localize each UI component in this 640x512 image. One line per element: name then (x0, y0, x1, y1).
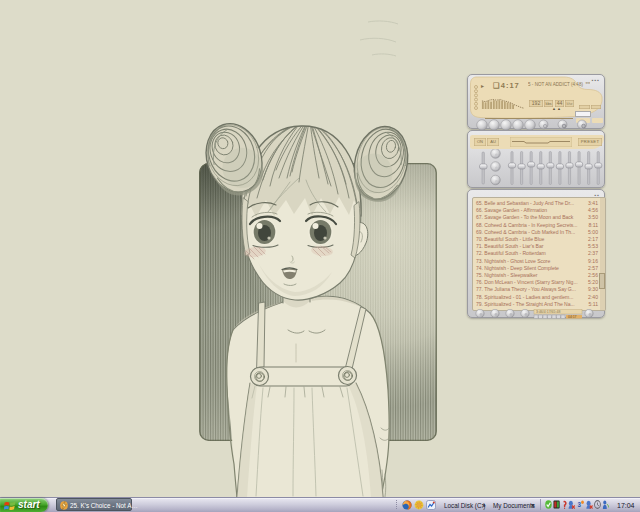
svg-text:3: 3 (577, 501, 580, 509)
svg-text:04:17: 04:17 (568, 315, 577, 319)
svg-text:3:46/4:17/65:48: 3:46/4:17/65:48 (536, 310, 560, 314)
